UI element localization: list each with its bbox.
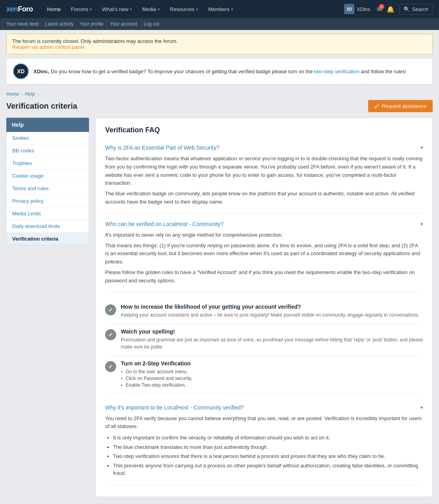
sidebar-item-verification[interactable]: Verification criteria — [7, 233, 89, 245]
sub-nav-logout[interactable]: Log out — [144, 21, 159, 27]
faq-answer-3: You need to 2FA verify because you canno… — [105, 415, 423, 485]
faq-question-3[interactable]: Why it's important to be LocalHost - Com… — [105, 400, 423, 415]
sidebar-item-download[interactable]: Daily download limits — [7, 220, 89, 233]
breadcrumb-sep2: › — [37, 92, 39, 96]
content-title: Verification FAQ — [105, 126, 423, 134]
bell-icon[interactable]: 🔔 — [387, 6, 395, 13]
sidebar-item-cookie[interactable]: Cookie usage — [7, 170, 89, 182]
check-content-1: How to increase the likelihood of your g… — [121, 304, 419, 319]
breadcrumb-help[interactable]: Help — [25, 91, 35, 97]
resources-chevron: ▾ — [196, 7, 198, 11]
breadcrumb-home[interactable]: Home — [6, 91, 19, 97]
whats-new-chevron: ▾ — [130, 7, 132, 11]
page-title-row: Verification criteria 🖊 Request assistan… — [6, 100, 433, 112]
faq-3-para: You need to 2FA verify because you canno… — [105, 415, 423, 431]
faq-2-para-3: Please follow the golden rules to have a… — [105, 269, 423, 285]
username: XDinc — [357, 6, 370, 12]
sub-nav-news-feed[interactable]: Your news feed — [6, 21, 39, 27]
bullet-1: It is only important to confirm the vera… — [113, 434, 423, 442]
sidebar-items: Smilies BB codes Trophies Cookie usage T… — [6, 132, 89, 245]
nav-forums[interactable]: Forums▾ — [66, 4, 96, 15]
faq-answer-1: Two-factor authentication means that wha… — [105, 155, 423, 213]
sidebar-item-terms[interactable]: Terms and rules — [7, 182, 89, 195]
nav-items: Home Forums▾ What's new▾ Media▾ Resource… — [43, 4, 345, 15]
check-item-2: Watch your spelling! Punctuation and gra… — [105, 324, 423, 356]
faq-item-3: Why it's important to be LocalHost - Com… — [105, 400, 423, 485]
faq-item-1: Why is 2FA an Essential Part of Web Secu… — [105, 141, 423, 214]
nav-home[interactable]: Home — [43, 4, 66, 15]
check-list-3: Go to the user account menu, Click on Pa… — [121, 369, 192, 388]
faq-question-2-text: Who can be verified on LocalHost - Commu… — [105, 221, 223, 227]
logo[interactable]: xenForo — [6, 5, 33, 13]
sidebar-header: Help — [6, 118, 89, 132]
search-button[interactable]: 🔍 Search — [399, 4, 433, 15]
sub-nav: Your news feed Latest activity Your prof… — [0, 18, 439, 30]
bullet-4: This prevents anyone from carrying out a… — [113, 462, 423, 477]
sidebar-item-trophies[interactable]: Trophies — [7, 157, 89, 170]
request-label: Request assistance — [382, 103, 426, 109]
notif-badge: 8 — [379, 4, 384, 9]
faq-2-para-1: It's important to never rely on any sing… — [105, 231, 423, 239]
faq-1-para-2: The blue verification badge on community… — [105, 190, 423, 206]
faq-2-para-2: That means two things: (1) if you're cur… — [105, 242, 423, 266]
search-label: Search — [412, 6, 428, 12]
user-badge[interactable]: XD XDinc — [344, 4, 370, 14]
faq-1-para-1: Two-factor authentication means that wha… — [105, 155, 423, 187]
info-avatar: XD — [13, 63, 29, 79]
avatar: XD — [344, 4, 354, 14]
request-icon: 🖊 — [374, 103, 380, 109]
media-chevron: ▾ — [158, 7, 160, 11]
sidebar-item-smilies[interactable]: Smilies — [7, 132, 89, 145]
check-item-3: Turn on 2-Step Verification Go to the us… — [105, 356, 423, 394]
two-step-link[interactable]: two-step verification — [314, 69, 359, 74]
members-chevron: ▾ — [231, 7, 233, 11]
checklist: How to increase the likelihood of your g… — [105, 299, 423, 394]
nav-resources[interactable]: Resources▾ — [165, 4, 203, 15]
check-list-item-1: Go to the user account menu, — [121, 369, 192, 374]
main-content: Verification FAQ Why is 2FA an Essential… — [95, 118, 433, 497]
sub-nav-latest-activity[interactable]: Latest activity — [45, 21, 74, 27]
nav-members[interactable]: Members▾ — [204, 4, 238, 15]
request-assistance-button[interactable]: 🖊 Request assistance — [368, 100, 433, 112]
sidebar-item-privacy[interactable]: Privacy policy — [7, 195, 89, 208]
faq-2-chevron: ▾ — [420, 221, 423, 227]
page-title: Verification criteria — [6, 102, 77, 111]
alert-text: The forum is currently closed. Only admi… — [12, 38, 178, 44]
check-title-3: Turn on 2-Step Verification — [121, 360, 192, 367]
nav-media[interactable]: Media▾ — [137, 4, 164, 15]
check-icon-1 — [105, 304, 116, 315]
alert-banner: The forum is currently closed. Only admi… — [6, 34, 433, 54]
sidebar-item-bbcodes[interactable]: BB codes — [7, 145, 89, 157]
bullet-2: The blue checkmark translates to more th… — [113, 443, 423, 451]
info-text: XDinc, Do you know how to get a verified… — [33, 69, 406, 74]
sidebar-item-media[interactable]: Media Limits — [7, 208, 89, 220]
main-container: Home › Help › Verification criteria 🖊 Re… — [6, 88, 433, 504]
faq-item-2: Who can be verified on LocalHost - Commu… — [105, 217, 423, 293]
faq-answer-2: It's important to never rely on any sing… — [105, 231, 423, 292]
check-desc-1: Keeping your account consistent and acti… — [121, 311, 419, 319]
faq-3-bullets: It is only important to confirm the vera… — [113, 434, 423, 477]
alert-link[interactable]: Reopen via admin control panel — [12, 44, 84, 50]
check-content-2: Watch your spelling! Punctuation and gra… — [121, 328, 423, 350]
faq-question-2[interactable]: Who can be verified on LocalHost - Commu… — [105, 217, 423, 231]
faq-1-chevron: ▾ — [420, 145, 423, 150]
breadcrumb: Home › Help › — [6, 88, 433, 100]
forums-chevron: ▾ — [90, 7, 92, 11]
notifications-icon[interactable]: ✉ 8 — [377, 6, 382, 13]
faq-question-3-text: Why it's important to be LocalHost - Com… — [105, 404, 244, 411]
sub-nav-profile[interactable]: Your profile — [80, 21, 104, 27]
check-desc-2: Punctuation and grammar are just as impo… — [121, 336, 423, 350]
breadcrumb-sep1: › — [21, 92, 23, 96]
sub-nav-account[interactable]: Your account — [110, 21, 137, 27]
info-username: XDinc, — [33, 69, 49, 74]
search-icon: 🔍 — [404, 6, 410, 12]
check-title-1: How to increase the likelihood of your g… — [121, 304, 419, 310]
faq-question-1[interactable]: Why is 2FA an Essential Part of Web Secu… — [105, 141, 423, 155]
check-list-item-3: Enable Two-step verification. — [121, 382, 192, 388]
nav-whats-new[interactable]: What's new▾ — [97, 4, 137, 15]
content-area: Help Smilies BB codes Trophies Cookie us… — [6, 118, 433, 497]
check-content-3: Turn on 2-Step Verification Go to the us… — [121, 360, 192, 389]
nav-right: XD XDinc ✉ 8 🔔 🔍 Search — [344, 4, 433, 15]
faq-question-1-text: Why is 2FA an Essential Part of Web Secu… — [105, 145, 219, 151]
top-nav: xenForo Home Forums▾ What's new▾ Media▾ … — [0, 0, 439, 18]
